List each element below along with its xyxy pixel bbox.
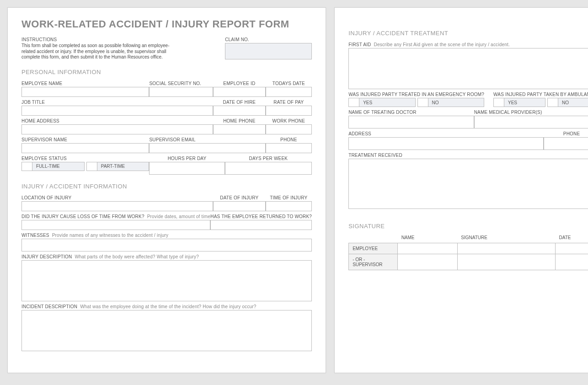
date-of-injury-input[interactable] — [213, 201, 265, 211]
signature-table: NAME SIGNATURE DATE EMPLOYEE - OR - SUPE… — [348, 232, 588, 270]
treating-doctor-input[interactable] — [348, 116, 474, 128]
first-aid-input[interactable] — [348, 48, 588, 89]
rate-of-pay-label: RATE OF PAY — [266, 100, 312, 105]
work-phone-label: WORK PHONE — [266, 118, 312, 123]
amb-yes-option: YES — [504, 98, 545, 107]
job-title-label: JOB TITLE — [21, 100, 213, 105]
treatment-phone-label: PHONE — [544, 131, 588, 136]
date-of-injury-label: DATE OF INJURY — [213, 195, 265, 200]
er-yes-checkbox[interactable] — [348, 98, 359, 107]
employee-name-input[interactable] — [21, 87, 149, 97]
treatment-address-input[interactable] — [348, 137, 544, 150]
employee-sig-date[interactable] — [556, 243, 588, 254]
home-address-input[interactable] — [21, 124, 213, 134]
section-personal: PERSONAL INFORMATION — [21, 69, 312, 75]
employee-id-label: EMPLOYEE ID — [213, 81, 265, 86]
section-injury-info: INJURY / ACCIDENT INFORMATION — [21, 183, 312, 190]
home-phone-label: HOME PHONE — [213, 118, 265, 123]
ambulance-question-label: WAS INJURED PARTY TAKEN BY AMBULANCE? — [493, 92, 588, 97]
section-treatment: INJURY / ACCIDENT TREATMENT — [348, 30, 588, 37]
witnesses-input[interactable] — [21, 239, 312, 251]
employee-sig-signature[interactable] — [457, 243, 555, 254]
medical-provider-input[interactable] — [474, 116, 588, 128]
treatment-received-label: TREATMENT RECEIVED — [348, 153, 588, 158]
supervisor-phone-label: PHONE — [266, 137, 312, 142]
returned-label: HAS THE EMPLOYEE RETURNED TO WORK? — [210, 214, 312, 219]
form-title: WORK-RELATED ACCIDENT / INJURY REPORT FO… — [21, 19, 312, 30]
employee-id-input[interactable] — [213, 87, 265, 97]
page-1: WORK-RELATED ACCIDENT / INJURY REPORT FO… — [7, 7, 326, 373]
er-no-checkbox[interactable] — [417, 98, 428, 107]
hours-per-day-label: HOURS PER DAY — [149, 156, 225, 161]
supervisor-name-label: SUPERVISOR NAME — [21, 137, 149, 142]
page-2: INJURY / ACCIDENT TREATMENT FIRST AID De… — [334, 7, 588, 373]
time-of-injury-label: TIME OF INJURY — [266, 195, 312, 200]
witnesses-label: WITNESSES Provide names of any witnesses… — [21, 233, 312, 238]
location-of-injury-label: LOCATION OF INJURY — [21, 195, 213, 200]
ssn-input[interactable] — [149, 87, 213, 97]
injury-desc-input[interactable] — [21, 260, 312, 301]
home-phone-input[interactable] — [213, 124, 265, 134]
instructions-label: INSTRUCTIONS — [21, 37, 207, 42]
ssn-label: SOCIAL SECURITY NO. — [149, 81, 213, 86]
medical-provider-label: NAME MEDICAL PROVIDER(S) — [474, 110, 588, 115]
amb-no-option: NO — [558, 98, 588, 107]
col-name: NAME — [398, 232, 458, 243]
part-time-checkbox[interactable] — [86, 162, 97, 171]
supervisor-name-input[interactable] — [21, 143, 149, 153]
treatment-received-input[interactable] — [348, 159, 588, 209]
col-date: DATE — [556, 232, 588, 243]
claim-no-label: CLAIM NO. — [225, 37, 312, 42]
instructions-text: This form shall be completed as soon as … — [21, 43, 177, 60]
incident-desc-label: INCIDENT DESCRIPTION What was the employ… — [21, 304, 312, 309]
employee-name-label: EMPLOYEE NAME — [21, 81, 149, 86]
col-signature: SIGNATURE — [457, 232, 555, 243]
supervisor-sig-date[interactable] — [556, 254, 588, 270]
work-phone-input[interactable] — [266, 124, 312, 134]
days-per-week-input[interactable] — [225, 162, 312, 175]
time-of-injury-input[interactable] — [266, 201, 312, 211]
injury-desc-label: INJURY DESCRIPTION What parts of the bod… — [21, 254, 312, 259]
er-yes-option: YES — [359, 98, 415, 107]
hours-per-day-input[interactable] — [149, 162, 225, 175]
location-of-injury-input[interactable] — [21, 201, 213, 211]
er-question-label: WAS INJURED PARTY TREATED IN AN EMERGENC… — [348, 92, 484, 97]
row-employee-label: EMPLOYEE — [349, 243, 398, 254]
returned-input[interactable] — [210, 220, 312, 230]
supervisor-email-label: SUPERVISOR EMAIL — [149, 137, 265, 142]
first-aid-label: FIRST AID Describe any First Aid given a… — [348, 42, 588, 47]
treatment-phone-input[interactable] — [544, 137, 588, 150]
amb-no-checkbox[interactable] — [547, 98, 558, 107]
date-of-hire-input[interactable] — [213, 106, 265, 116]
rate-of-pay-input[interactable] — [266, 106, 312, 116]
loss-time-input[interactable] — [21, 220, 210, 230]
employee-status-label: EMPLOYEE STATUS — [21, 156, 149, 161]
full-time-option: FULL-TIME — [32, 162, 85, 171]
days-per-week-label: DAYS PER WEEK — [225, 156, 312, 161]
er-no-option: NO — [428, 98, 484, 107]
job-title-input[interactable] — [21, 106, 213, 116]
treatment-address-label: ADDRESS — [348, 131, 544, 136]
supervisor-sig-name[interactable] — [398, 254, 458, 270]
incident-desc-input[interactable] — [21, 310, 312, 351]
home-address-label: HOME ADDRESS — [21, 118, 213, 123]
part-time-option: PART-TIME — [97, 162, 150, 171]
treating-doctor-label: NAME OF TREATING DOCTOR — [348, 110, 474, 115]
amb-yes-checkbox[interactable] — [493, 98, 504, 107]
supervisor-phone-input[interactable] — [266, 143, 312, 153]
row-supervisor-label: - OR - SUPERVISOR — [349, 254, 398, 270]
loss-time-label: DID THE INJURY CAUSE LOSS OF TIME FROM W… — [21, 214, 210, 219]
full-time-checkbox[interactable] — [21, 162, 32, 171]
section-signature: SIGNATURE — [348, 223, 588, 230]
todays-date-label: TODAYS DATE — [266, 81, 312, 86]
todays-date-input[interactable] — [266, 87, 312, 97]
date-of-hire-label: DATE OF HIRE — [213, 100, 265, 105]
supervisor-sig-signature[interactable] — [457, 254, 555, 270]
claim-no-input[interactable] — [225, 43, 312, 59]
supervisor-email-input[interactable] — [149, 143, 265, 153]
employee-sig-name[interactable] — [398, 243, 458, 254]
